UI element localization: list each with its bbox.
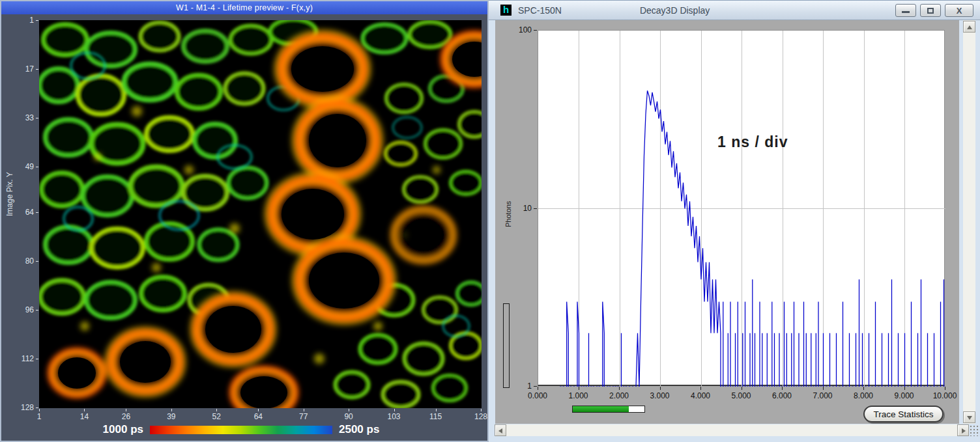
image-y-tick-label: 17 <box>7 64 34 74</box>
flim-image[interactable] <box>39 20 482 408</box>
scroll-down-button[interactable] <box>963 411 975 423</box>
time-tick <box>660 387 661 390</box>
acquisition-progress-bar <box>572 406 645 413</box>
close-button[interactable]: X <box>945 4 973 17</box>
time-tick <box>823 387 824 390</box>
image-x-tick <box>171 409 172 411</box>
colorbar-max-label: 2500 ps <box>339 423 411 436</box>
arrow-right-icon <box>962 428 966 434</box>
image-x-tick <box>394 409 395 411</box>
time-tick <box>863 387 864 390</box>
image-x-tick <box>304 409 304 411</box>
arrow-up-icon <box>967 25 972 29</box>
image-y-tick-label: 1 <box>7 16 34 25</box>
image-x-tick-label: 39 <box>158 412 184 421</box>
arrow-down-icon <box>967 416 972 420</box>
arrow-left-icon <box>498 428 502 434</box>
image-y-tick <box>36 261 38 262</box>
scroll-right-button[interactable] <box>957 424 969 436</box>
image-y-tick-label: 128 <box>7 403 34 412</box>
lifetime-colorbar: 1000 ps 2500 ps <box>1 422 487 439</box>
image-x-tick <box>39 409 40 411</box>
app-name: SPC-150N <box>518 5 562 16</box>
time-tick <box>579 387 579 390</box>
vertical-range-slider[interactable] <box>503 303 510 388</box>
image-x-tick <box>258 409 259 411</box>
time-tick-label: 4.000 <box>682 391 719 400</box>
flim-image-area[interactable]: 1173349648096112128114263952647790103115… <box>39 20 482 408</box>
time-tick-label: 6.000 <box>764 391 800 400</box>
resize-grip[interactable] <box>970 425 980 436</box>
decay-plot-panel: Photons 1 ns / div 0.0001.0002.0003.0004… <box>495 20 959 424</box>
image-x-tick-label: 26 <box>113 412 139 421</box>
image-y-tick-label: 33 <box>7 113 34 122</box>
close-icon: X <box>945 6 973 16</box>
decay-plot: 1 ns / div <box>538 30 945 386</box>
minimize-button[interactable] <box>895 4 916 17</box>
image-x-tick-label: 115 <box>423 412 449 421</box>
window-title: Decay3D Display <box>640 5 710 16</box>
time-tick <box>782 387 783 390</box>
time-tick-label: 8.000 <box>845 391 882 400</box>
image-x-tick <box>126 409 126 411</box>
time-tick <box>742 387 742 390</box>
progress-fill <box>573 406 629 412</box>
image-y-tick <box>36 118 38 118</box>
image-x-tick-label: 1 <box>26 412 52 421</box>
maximize-button[interactable] <box>920 4 941 17</box>
lifetime-window-titlebar[interactable]: W1 - M1-4 - Lifetime preview - F(x,y) <box>1 1 487 14</box>
image-x-tick-label: 103 <box>381 412 407 421</box>
photons-tick <box>534 30 537 31</box>
time-tick <box>904 387 905 390</box>
image-x-tick <box>349 409 349 411</box>
photons-tick <box>534 208 537 209</box>
image-x-tick <box>481 409 482 411</box>
window-controls: X <box>895 4 973 17</box>
image-y-tick <box>36 310 38 311</box>
scroll-left-button[interactable] <box>495 424 506 436</box>
scroll-up-button[interactable] <box>963 21 975 33</box>
time-tick-label: 7.000 <box>805 391 841 400</box>
colorbar-gradient <box>150 426 332 434</box>
screen: W1 - M1-4 - Lifetime preview - F(x,y) Im… <box>0 0 980 442</box>
image-y-tick <box>36 20 38 21</box>
time-tick-label: 9.000 <box>886 391 923 400</box>
image-y-tick-label: 49 <box>7 162 34 171</box>
vertical-scrollbar[interactable] <box>963 20 975 424</box>
photons-tick <box>534 386 537 387</box>
time-tick-label: 1.000 <box>560 391 597 400</box>
image-x-tick <box>216 409 217 411</box>
time-tick <box>700 387 701 390</box>
maximize-icon <box>927 8 934 14</box>
image-y-tick <box>36 212 38 213</box>
horizontal-scrollbar[interactable] <box>495 424 969 436</box>
colorbar-min-label: 1000 ps <box>66 423 143 436</box>
time-tick-label: 5.000 <box>723 391 760 400</box>
image-x-tick-label: 52 <box>203 412 229 421</box>
image-x-tick-label: 14 <box>71 412 97 421</box>
decay3d-window: h SPC-150N Decay3D Display X Photons 1 n… <box>489 0 980 442</box>
decay-trace <box>538 31 945 387</box>
image-y-tick <box>36 69 38 70</box>
image-y-tick <box>36 359 38 359</box>
time-tick-label: 3.000 <box>642 391 678 400</box>
decay3d-window-titlebar[interactable]: h SPC-150N Decay3D Display X <box>489 1 980 20</box>
photons-tick-label: 10 <box>503 204 532 213</box>
trace-statistics-button[interactable]: Trace Statistics <box>863 406 944 422</box>
time-tick-label: 10.000 <box>927 391 963 400</box>
image-x-tick-label: 64 <box>245 412 271 421</box>
image-y-tick-label: 80 <box>7 256 34 266</box>
image-y-tick-label: 112 <box>7 354 34 363</box>
image-x-tick-label: 77 <box>291 412 317 421</box>
photons-tick-label: 1 <box>503 381 532 391</box>
time-tick <box>619 387 620 390</box>
time-tick <box>945 387 945 390</box>
lifetime-window-title: W1 - M1-4 - Lifetime preview - F(x,y) <box>176 3 313 12</box>
lifetime-preview-window: W1 - M1-4 - Lifetime preview - F(x,y) Im… <box>0 0 489 442</box>
image-y-tick-label: 64 <box>7 208 34 217</box>
time-tick <box>538 387 538 390</box>
image-x-tick <box>84 409 85 411</box>
time-tick-label: 0.000 <box>519 391 556 400</box>
image-x-tick <box>436 409 437 411</box>
image-x-tick-label: 90 <box>336 412 362 421</box>
